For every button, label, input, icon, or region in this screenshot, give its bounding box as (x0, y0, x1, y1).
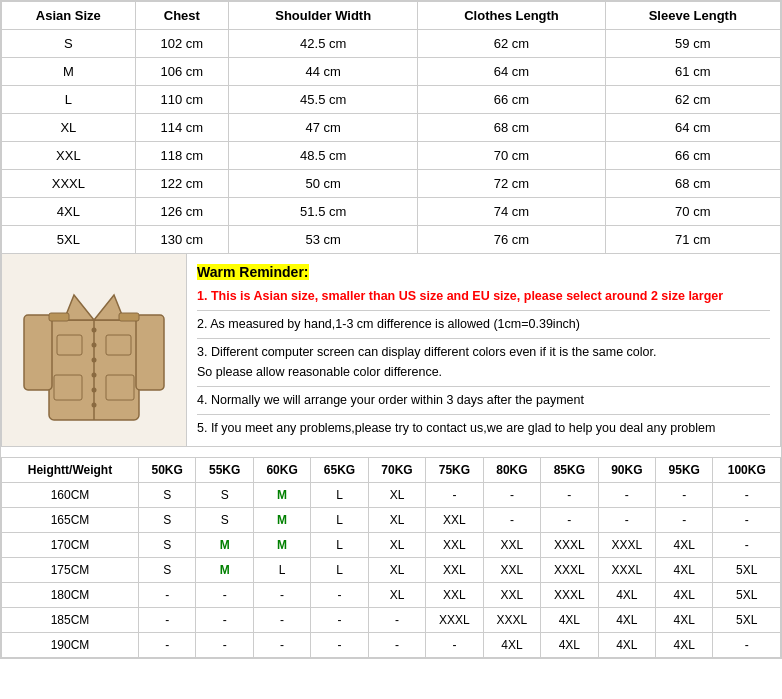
size-table-body: S102 cm42.5 cm62 cm59 cmM106 cm44 cm64 c… (2, 30, 781, 254)
table-cell: 72 cm (418, 170, 605, 198)
weight-size-cell: XXL (483, 582, 540, 607)
table-row: 175CMSMLLXLXXLXXLXXXLXXXL4XL5XL (2, 557, 781, 582)
table-cell: 70 cm (605, 198, 780, 226)
weight-size-cell: M (253, 532, 310, 557)
weight-size-cell: 4XL (656, 557, 713, 582)
weight-size-cell: - (196, 582, 253, 607)
table-row: 165CMSSMLXLXXL----- (2, 507, 781, 532)
weight-size-cell: - (598, 507, 655, 532)
weight-size-cell: - (426, 482, 483, 507)
weight-size-cell: 4XL (656, 582, 713, 607)
table-cell: 66 cm (418, 86, 605, 114)
table-cell: 118 cm (135, 142, 228, 170)
weight-size-cell: - (656, 507, 713, 532)
weight-size-cell: - (138, 632, 195, 657)
size-header-row: Asian SizeChestShoulder WidthClothes Len… (2, 2, 781, 30)
weight-size-cell: 4XL (598, 632, 655, 657)
weight-size-cell: S (138, 507, 195, 532)
weight-header-cell: 65KG (311, 457, 368, 482)
height-cell: 175CM (2, 557, 139, 582)
table-cell: 74 cm (418, 198, 605, 226)
table-cell: 68 cm (418, 114, 605, 142)
table-row: 170CMSMMLXLXXLXXLXXXLXXXL4XL- (2, 532, 781, 557)
weight-size-cell: XXXL (541, 557, 598, 582)
weight-size-cell: 4XL (656, 607, 713, 632)
size-table: Asian SizeChestShoulder WidthClothes Len… (1, 1, 781, 254)
table-cell: 4XL (2, 198, 136, 226)
table-cell: 114 cm (135, 114, 228, 142)
weight-size-cell: XXL (483, 532, 540, 557)
svg-point-16 (92, 387, 97, 392)
table-cell: 110 cm (135, 86, 228, 114)
weight-header-cell: 80KG (483, 457, 540, 482)
svg-point-14 (92, 357, 97, 362)
weight-size-cell: 4XL (656, 632, 713, 657)
table-cell: 51.5 cm (228, 198, 418, 226)
svg-point-17 (92, 402, 97, 407)
table-cell: 106 cm (135, 58, 228, 86)
height-cell: 180CM (2, 582, 139, 607)
weight-size-cell: - (713, 532, 781, 557)
table-row: S102 cm42.5 cm62 cm59 cm (2, 30, 781, 58)
weight-size-cell: - (368, 632, 425, 657)
weight-size-cell: L (253, 557, 310, 582)
height-cell: 165CM (2, 507, 139, 532)
weight-size-cell: - (483, 507, 540, 532)
weight-size-cell: 5XL (713, 557, 781, 582)
svg-rect-5 (136, 315, 164, 390)
weight-header-cell: 95KG (656, 457, 713, 482)
weight-size-cell: XL (368, 557, 425, 582)
weight-size-cell: L (311, 507, 368, 532)
weight-size-cell: M (253, 507, 310, 532)
table-cell: 5XL (2, 226, 136, 254)
table-cell: 48.5 cm (228, 142, 418, 170)
reminder-item-1: 1. This is Asian size, smaller than US s… (197, 287, 770, 306)
weight-size-cell: - (253, 607, 310, 632)
svg-point-13 (92, 342, 97, 347)
weight-header-cell: 60KG (253, 457, 310, 482)
weight-size-cell: - (253, 632, 310, 657)
weight-size-cell: M (196, 532, 253, 557)
weight-size-cell: XXL (426, 557, 483, 582)
height-cell: 190CM (2, 632, 139, 657)
table-cell: 59 cm (605, 30, 780, 58)
weight-header-cell: 70KG (368, 457, 425, 482)
weight-header-cell: 90KG (598, 457, 655, 482)
table-cell: 130 cm (135, 226, 228, 254)
weight-size-cell: 4XL (598, 607, 655, 632)
table-cell: 44 cm (228, 58, 418, 86)
weight-size-cell: XL (368, 582, 425, 607)
table-row: 180CM----XLXXLXXLXXXL4XL4XL5XL (2, 582, 781, 607)
table-row: 185CM-----XXXLXXXL4XL4XL4XL5XL (2, 607, 781, 632)
table-row: L110 cm45.5 cm66 cm62 cm (2, 86, 781, 114)
weight-size-cell: - (656, 482, 713, 507)
weight-size-cell: - (541, 482, 598, 507)
table-cell: 122 cm (135, 170, 228, 198)
weight-size-cell: - (138, 582, 195, 607)
weight-header-cell: 55KG (196, 457, 253, 482)
table-row: 4XL126 cm51.5 cm74 cm70 cm (2, 198, 781, 226)
reminder-item-2: 2. As measured by hand,1-3 cm difference… (197, 310, 770, 334)
size-header-cell: Sleeve Length (605, 2, 780, 30)
weight-size-cell: - (138, 607, 195, 632)
weight-size-cell: S (138, 532, 195, 557)
weight-size-cell: S (196, 482, 253, 507)
weight-size-cell: - (598, 482, 655, 507)
table-cell: 64 cm (418, 58, 605, 86)
weight-size-cell: S (138, 482, 195, 507)
weight-size-cell: - (311, 607, 368, 632)
table-row: M106 cm44 cm64 cm61 cm (2, 58, 781, 86)
table-row: 190CM------4XL4XL4XL4XL- (2, 632, 781, 657)
weight-size-cell: S (138, 557, 195, 582)
table-cell: 45.5 cm (228, 86, 418, 114)
weight-size-cell: 5XL (713, 607, 781, 632)
weight-size-cell: XXXL (541, 532, 598, 557)
height-cell: 185CM (2, 607, 139, 632)
table-cell: 53 cm (228, 226, 418, 254)
table-cell: XL (2, 114, 136, 142)
weight-table-body: 160CMSSMLXL------165CMSSMLXLXXL-----170C… (2, 482, 781, 657)
svg-rect-11 (119, 313, 139, 321)
height-cell: 160CM (2, 482, 139, 507)
weight-size-cell: - (541, 507, 598, 532)
weight-size-cell: - (713, 482, 781, 507)
